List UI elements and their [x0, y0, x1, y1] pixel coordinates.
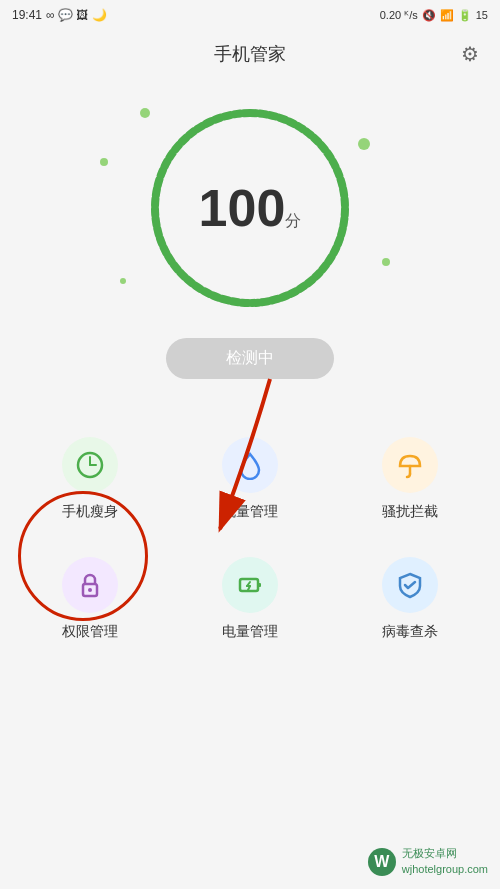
volume-icon: 🔇 [422, 9, 436, 22]
detect-button[interactable]: 检测中 [166, 338, 334, 379]
permission-icon-bg [62, 557, 118, 613]
battery-label: 电量管理 [222, 623, 278, 641]
block-label: 骚扰拦截 [382, 503, 438, 521]
virus-label: 病毒查杀 [382, 623, 438, 641]
grid-item-block[interactable]: 骚扰拦截 [330, 419, 490, 539]
feature-grid: 手机瘦身 流量管理 骚扰拦截 [0, 419, 500, 659]
dot-2 [100, 158, 108, 166]
score-value: 100 [199, 179, 286, 237]
time: 19:41 [12, 8, 42, 22]
status-icons: ∞ 💬 🖼 🌙 [46, 8, 107, 22]
score-circle: 100分 [140, 98, 360, 318]
status-right: 0.20 ᴷ/s 🔇 📶 🔋 15 [380, 9, 488, 22]
umbrella-icon [395, 450, 425, 480]
status-bar: 19:41 ∞ 💬 🖼 🌙 0.20 ᴷ/s 🔇 📶 🔋 15 [0, 0, 500, 30]
grid-item-traffic[interactable]: 流量管理 [170, 419, 330, 539]
network-speed: 0.20 ᴷ/s [380, 9, 418, 22]
grid-item-slim[interactable]: 手机瘦身 [10, 419, 170, 539]
score-display: 100分 [199, 182, 302, 234]
lock-icon [75, 570, 105, 600]
score-unit: 分 [285, 212, 301, 229]
signal-icon: 📶 [440, 9, 454, 22]
battery-icon [235, 570, 265, 600]
droplet-icon [235, 450, 265, 480]
grid-item-permission[interactable]: 权限管理 [10, 539, 170, 659]
svg-point-7 [88, 588, 92, 592]
svg-rect-9 [258, 583, 261, 587]
dot-4 [382, 258, 390, 266]
watermark-logo: W [368, 848, 396, 876]
traffic-label: 流量管理 [222, 503, 278, 521]
settings-button[interactable]: ⚙ [456, 40, 484, 68]
status-left: 19:41 ∞ 💬 🖼 🌙 [12, 8, 107, 22]
slim-icon-bg [62, 437, 118, 493]
clock-icon [75, 450, 105, 480]
watermark-text: 无极安卓网 wjhotelgroup.com [402, 846, 488, 877]
grid-wrapper: 手机瘦身 流量管理 骚扰拦截 [0, 419, 500, 659]
grid-item-battery[interactable]: 电量管理 [170, 539, 330, 659]
header: 手机管家 ⚙ [0, 30, 500, 78]
slim-label: 手机瘦身 [62, 503, 118, 521]
virus-icon-bg [382, 557, 438, 613]
battery-icon-bg [222, 557, 278, 613]
block-icon-bg [382, 437, 438, 493]
shield-icon [395, 570, 425, 600]
score-area: 100分 检测中 [0, 78, 500, 389]
gear-icon: ⚙ [461, 42, 479, 66]
dot-5 [120, 278, 126, 284]
page-title: 手机管家 [214, 42, 286, 66]
permission-label: 权限管理 [62, 623, 118, 641]
battery-icon: 🔋 [458, 9, 472, 22]
battery-level: 15 [476, 9, 488, 21]
grid-item-virus[interactable]: 病毒查杀 [330, 539, 490, 659]
watermark: W 无极安卓网 wjhotelgroup.com [368, 846, 488, 877]
traffic-icon-bg [222, 437, 278, 493]
